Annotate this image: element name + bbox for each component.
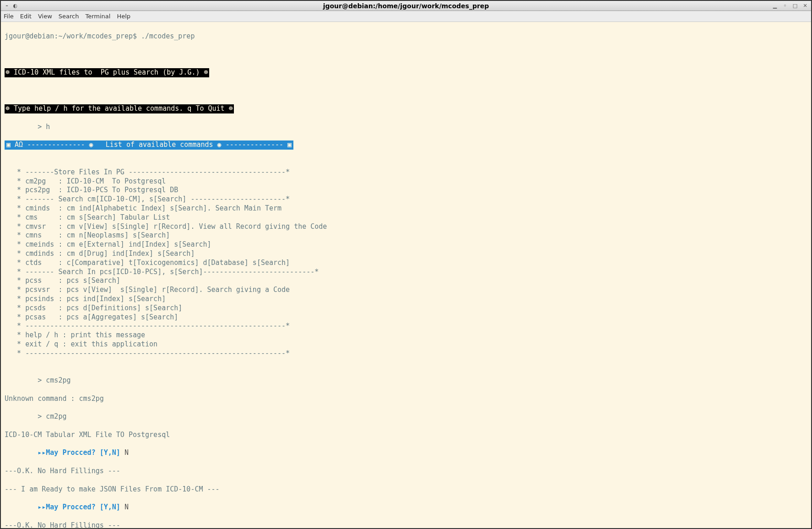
- restore-icon[interactable]: ◦: [782, 2, 788, 9]
- help-line: * pcsas : pcs a[Aggregates] s[Search]: [5, 313, 807, 322]
- window-sticky-icon[interactable]: ◐: [12, 2, 18, 9]
- user-input-cm2pg: > cm2pg: [5, 412, 807, 421]
- window-titlebar: – ◐ jgour@debian:/home/jgour/work/mcodes…: [1, 1, 811, 11]
- blank-line: [5, 50, 807, 59]
- app-title-banner: ☸ ICD-10 XML files to PG plus Search (by…: [5, 68, 209, 77]
- user-input-cms2pg: > cms2pg: [5, 376, 807, 385]
- proceed-prompt: ▸▸May Procced? [Y,N] N: [5, 448, 807, 458]
- window-menu-icon[interactable]: –: [4, 2, 10, 9]
- shell-prompt-line: jgour@debian:~/work/mcodes_prep$ ./mcode…: [5, 32, 807, 41]
- help-line: * cm2pg : ICD-10-CM To Postgresql: [5, 177, 807, 186]
- help-line: * cmdinds : cm d[Drug] ind[Index] s[Sear…: [5, 249, 807, 259]
- menu-view[interactable]: View: [38, 13, 52, 20]
- help-line: * ------- Search cm[ICD-10-CM], s[Search…: [5, 195, 807, 204]
- help-line: * cmeinds : cm e[External] ind[Index] s[…: [5, 240, 807, 249]
- menu-terminal[interactable]: Terminal: [85, 13, 110, 20]
- help-line: * ctds : c[Comparative] t[Toxicogenomics…: [5, 259, 807, 268]
- help-line: * pcsds : pcs d[Definitions] s[Search]: [5, 304, 807, 313]
- arrows-icon: ▸▸: [38, 503, 46, 511]
- help-line: * cmns : cm n[Neoplasms] s[Search]: [5, 231, 807, 240]
- help-line: [5, 159, 807, 168]
- ok-msg: ---O.K. No Hard Fillings ---: [5, 521, 807, 529]
- command-list-header: ▣ ΑΩ -------------- ◉ List of available …: [5, 140, 293, 150]
- help-line: * cmvsr : cm v[View] s[Single] r[Record]…: [5, 222, 807, 232]
- menu-search[interactable]: Search: [59, 13, 79, 20]
- help-line: * cms : cm s[Search] Tabular List: [5, 213, 807, 222]
- unknown-command-msg: Unknown command : cms2pg: [5, 394, 807, 404]
- ok-msg: ---O.K. No Hard Fillings ---: [5, 467, 807, 476]
- window-title: jgour@debian:/home/jgour/work/mcodes_pre…: [323, 2, 489, 10]
- help-line: * --------------------------------------…: [5, 349, 807, 358]
- user-input-h: > h: [5, 123, 807, 132]
- terminal-pane[interactable]: jgour@debian:~/work/mcodes_prep$ ./mcode…: [1, 22, 811, 529]
- help-line: * pcss : pcs s[Search]: [5, 276, 807, 286]
- help-line: * help / h : print this message: [5, 331, 807, 340]
- help-hint-banner: ☸ Type help / h for the available comman…: [5, 104, 234, 113]
- arrows-icon: ▸▸: [38, 448, 46, 457]
- help-line: [5, 358, 807, 367]
- help-line: * pcsvsr : pcs v[View] s[Single] r[Recor…: [5, 286, 807, 295]
- menubar: File Edit View Search Terminal Help: [1, 11, 811, 22]
- help-text-block: * -------Store Files In PG -------------…: [5, 159, 807, 367]
- maximize-icon[interactable]: □: [792, 2, 798, 9]
- menu-edit[interactable]: Edit: [20, 13, 32, 20]
- help-line: * exit / q : exit this application: [5, 340, 807, 349]
- close-icon[interactable]: ✕: [802, 2, 808, 9]
- menu-file[interactable]: File: [4, 13, 14, 20]
- json-ready-msg: --- I am Ready to make JSON Files From I…: [5, 485, 807, 494]
- help-line: * cminds : cm ind[Alphabetic Index] s[Se…: [5, 204, 807, 213]
- help-line: * -------Store Files In PG -------------…: [5, 168, 807, 177]
- help-line: * --------------------------------------…: [5, 322, 807, 331]
- minimize-icon[interactable]: ▁: [772, 2, 778, 9]
- help-line: * pcs2pg : ICD-10-PCS To Postgresql DB: [5, 186, 807, 195]
- menu-help[interactable]: Help: [117, 13, 130, 20]
- help-line: * ------- Search In pcs[ICD-10-PCS], s[S…: [5, 268, 807, 277]
- proceed-prompt: ▸▸May Procced? [Y,N] N: [5, 503, 807, 512]
- cm2pg-title: ICD-10-CM Tabular XML File TO Postgresql: [5, 431, 807, 440]
- help-line: * pcsinds : pcs ind[Index] s[Search]: [5, 295, 807, 304]
- blank-line: [5, 86, 807, 96]
